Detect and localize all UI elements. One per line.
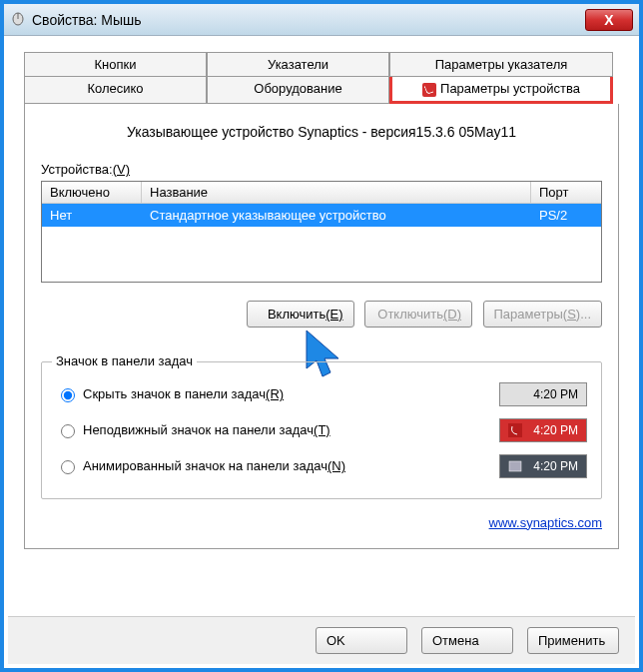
tab-device-settings-label: Параметры устройства — [440, 81, 580, 96]
cell-name: Стандартное указывающее устройство — [142, 204, 531, 227]
tab-device-settings[interactable]: Параметры устройства — [389, 77, 613, 104]
mouse-icon — [10, 10, 26, 30]
device-buttons: Включить(E) Отключить(D) Параметры(S)... — [41, 301, 602, 328]
tab-pointers[interactable]: Указатели — [207, 52, 389, 77]
tray-option-static[interactable]: Неподвижный значок на панели задач(T) 4:… — [56, 412, 587, 448]
col-enabled[interactable]: Включено — [42, 182, 142, 203]
tray-time-2: 4:20 PM — [533, 423, 578, 437]
tab-hardware[interactable]: Оборудование — [207, 77, 389, 104]
devices-label: Устройства:(V) — [41, 162, 602, 177]
radio-animated[interactable] — [61, 460, 75, 474]
cancel-button[interactable]: Отмена — [421, 627, 513, 654]
tab-wheel[interactable]: Колесико — [24, 77, 207, 104]
tray-option-hide[interactable]: Скрыть значок в панели задач(R) 4:20 PM — [56, 376, 587, 412]
driver-heading: Указывающее устройство Synaptics - верси… — [41, 124, 602, 140]
window-title: Свойства: Мышь — [32, 12, 585, 28]
synaptics-mini-icon — [508, 423, 522, 437]
tray-group-title: Значок в панели задач — [52, 353, 197, 368]
params-button: Параметры(S)... — [483, 301, 603, 328]
disable-button: Отключить(D) — [364, 301, 472, 328]
cell-port: PS/2 — [531, 204, 601, 227]
synaptics-icon — [422, 83, 436, 97]
tray-preview-static: 4:20 PM — [499, 418, 587, 442]
heading-text: Указывающее устройство Synaptics - верси… — [127, 124, 416, 140]
tray-preview-animated: 4:20 PM — [499, 454, 587, 478]
grid-row[interactable]: Нет Стандартное указывающее устройство P… — [42, 204, 601, 227]
svg-rect-3 — [508, 423, 522, 437]
grid-header: Включено Название Порт — [42, 182, 601, 204]
devices-grid[interactable]: Включено Название Порт Нет Стандартное у… — [41, 181, 602, 283]
tab-buttons[interactable]: Кнопки — [24, 52, 207, 77]
ok-button[interactable]: OK — [316, 627, 407, 654]
tab-pointer-options[interactable]: Параметры указателя — [389, 52, 613, 77]
touchpad-mini-icon — [508, 459, 522, 473]
svg-rect-4 — [509, 461, 521, 471]
enable-button[interactable]: Включить(E) — [247, 301, 354, 328]
heading-version: 15.3.6 05May11 — [416, 124, 516, 140]
vendor-link[interactable]: www.synaptics.com — [489, 515, 602, 530]
cell-enabled: Нет — [42, 204, 142, 227]
dialog-buttons: OK Отмена Применить — [8, 616, 635, 664]
radio-hide[interactable] — [61, 388, 75, 402]
close-button[interactable]: X — [585, 9, 633, 31]
radio-static[interactable] — [61, 424, 75, 438]
col-port[interactable]: Порт — [531, 182, 601, 203]
col-name[interactable]: Название — [142, 182, 531, 203]
tab-panel: Указывающее устройство Synaptics - верси… — [24, 104, 619, 549]
tray-option-animated[interactable]: Анимированный значок на панели задач(N) … — [56, 448, 587, 484]
tray-time-3: 4:20 PM — [533, 459, 578, 473]
tray-preview-hide: 4:20 PM — [499, 382, 587, 406]
properties-window: Свойства: Мышь X Кнопки Указатели Параме… — [0, 0, 643, 672]
apply-button[interactable]: Применить — [527, 627, 619, 654]
vendor-link-row: www.synaptics.com — [41, 515, 602, 530]
titlebar: Свойства: Мышь X — [4, 4, 639, 36]
tray-time-1: 4:20 PM — [533, 387, 578, 401]
tab-strip: Кнопки Указатели Параметры указателя Кол… — [24, 52, 619, 104]
tray-icon-group: Значок в панели задач Скрыть значок в па… — [41, 361, 602, 499]
